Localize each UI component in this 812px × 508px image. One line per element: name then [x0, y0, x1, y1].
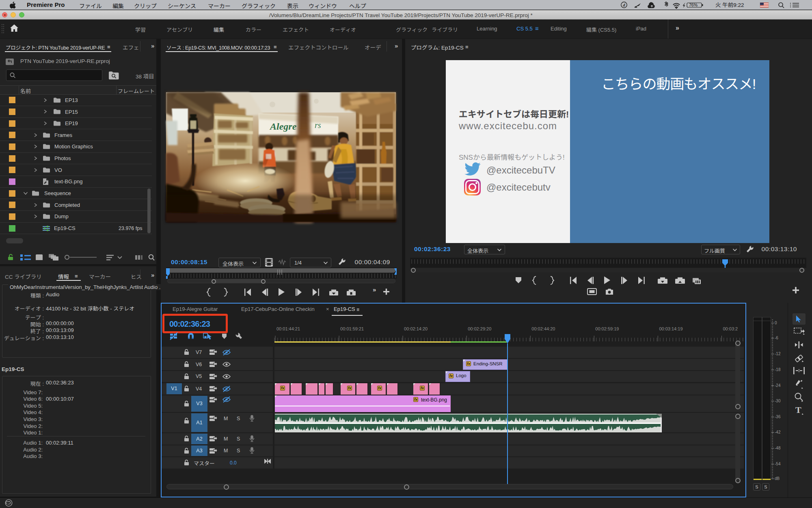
- svg-text:»: »: [373, 286, 376, 293]
- svg-text:T: T: [795, 405, 801, 415]
- svg-text:d: d: [623, 3, 626, 7]
- svg-text:rs: rs: [315, 121, 321, 130]
- svg-text:76%: 76%: [689, 2, 698, 7]
- svg-text:火 午前9:22: 火 午前9:22: [715, 2, 744, 8]
- svg-text:Alegre: Alegre: [269, 121, 297, 132]
